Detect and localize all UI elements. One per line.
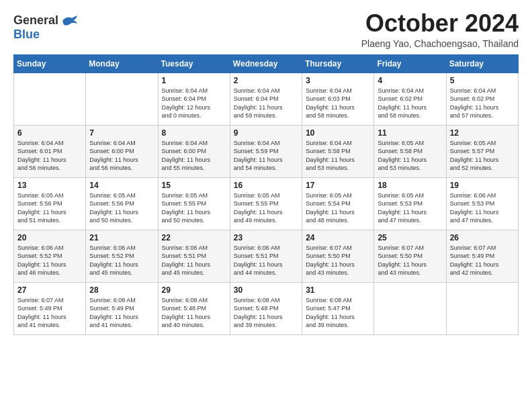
weekday-header: Thursday xyxy=(302,54,374,73)
calendar-day-cell: 1Sunrise: 6:04 AM Sunset: 6:04 PM Daylig… xyxy=(158,73,230,125)
day-info: Sunrise: 6:05 AM Sunset: 5:56 PM Dayligh… xyxy=(17,191,82,225)
calendar-day-cell: 2Sunrise: 6:04 AM Sunset: 6:04 PM Daylig… xyxy=(230,73,302,125)
logo-blue-text: Blue xyxy=(13,28,40,42)
calendar-day-cell: 4Sunrise: 6:04 AM Sunset: 6:02 PM Daylig… xyxy=(374,73,446,125)
location-subtitle: Plaeng Yao, Chachoengsao, Thailand xyxy=(361,38,519,49)
calendar-day-cell: 9Sunrise: 6:04 AM Sunset: 5:59 PM Daylig… xyxy=(230,125,302,177)
calendar-day-cell: 10Sunrise: 6:04 AM Sunset: 5:58 PM Dayli… xyxy=(302,125,374,177)
weekday-header: Sunday xyxy=(14,54,86,73)
day-number: 25 xyxy=(378,233,442,242)
weekday-header: Wednesday xyxy=(230,54,302,73)
day-number: 7 xyxy=(89,128,154,138)
day-number: 26 xyxy=(450,233,515,242)
day-info: Sunrise: 6:04 AM Sunset: 6:01 PM Dayligh… xyxy=(17,139,82,173)
day-number: 16 xyxy=(234,181,298,190)
day-number: 31 xyxy=(306,285,370,295)
calendar-day-cell: 6Sunrise: 6:04 AM Sunset: 6:01 PM Daylig… xyxy=(14,125,86,177)
calendar-day-cell xyxy=(446,282,518,334)
day-info: Sunrise: 6:05 AM Sunset: 5:53 PM Dayligh… xyxy=(378,191,442,225)
calendar-day-cell: 14Sunrise: 6:05 AM Sunset: 5:56 PM Dayli… xyxy=(86,177,158,230)
day-number: 8 xyxy=(162,128,226,138)
calendar-day-cell: 3Sunrise: 6:04 AM Sunset: 6:03 PM Daylig… xyxy=(302,73,374,125)
day-number: 2 xyxy=(234,76,298,85)
calendar-day-cell: 19Sunrise: 6:06 AM Sunset: 5:53 PM Dayli… xyxy=(446,177,518,230)
page-header: General Blue October 2024 Plaeng Yao, Ch… xyxy=(13,10,519,49)
month-title: October 2024 xyxy=(361,10,519,37)
day-info: Sunrise: 6:04 AM Sunset: 6:03 PM Dayligh… xyxy=(306,87,370,120)
day-number: 19 xyxy=(450,181,515,190)
day-number: 23 xyxy=(234,233,298,242)
day-info: Sunrise: 6:04 AM Sunset: 6:02 PM Dayligh… xyxy=(450,87,515,120)
calendar-week-row: 20Sunrise: 6:06 AM Sunset: 5:52 PM Dayli… xyxy=(14,230,519,282)
title-area: October 2024 Plaeng Yao, Chachoengsao, T… xyxy=(361,10,519,49)
day-number: 20 xyxy=(17,233,82,242)
calendar-day-cell: 15Sunrise: 6:05 AM Sunset: 5:55 PM Dayli… xyxy=(158,177,230,230)
logo-general-text: General xyxy=(13,13,58,28)
calendar-day-cell: 18Sunrise: 6:05 AM Sunset: 5:53 PM Dayli… xyxy=(374,177,446,230)
calendar-day-cell: 31Sunrise: 6:08 AM Sunset: 5:47 PM Dayli… xyxy=(302,282,374,334)
day-number: 4 xyxy=(378,76,442,85)
day-info: Sunrise: 6:05 AM Sunset: 5:58 PM Dayligh… xyxy=(378,139,442,173)
calendar-header-row: SundayMondayTuesdayWednesdayThursdayFrid… xyxy=(14,54,519,73)
calendar-week-row: 27Sunrise: 6:07 AM Sunset: 5:49 PM Dayli… xyxy=(14,282,519,334)
calendar-week-row: 6Sunrise: 6:04 AM Sunset: 6:01 PM Daylig… xyxy=(14,125,519,177)
weekday-header: Tuesday xyxy=(158,54,230,73)
day-info: Sunrise: 6:06 AM Sunset: 5:52 PM Dayligh… xyxy=(17,244,82,277)
day-info: Sunrise: 6:04 AM Sunset: 6:04 PM Dayligh… xyxy=(162,87,226,120)
calendar-day-cell xyxy=(14,73,86,125)
day-number: 10 xyxy=(306,128,370,138)
day-number: 17 xyxy=(306,181,370,190)
day-info: Sunrise: 6:06 AM Sunset: 5:51 PM Dayligh… xyxy=(234,244,298,277)
day-info: Sunrise: 6:05 AM Sunset: 5:54 PM Dayligh… xyxy=(306,191,370,225)
logo-bird-icon xyxy=(60,14,79,28)
weekday-header: Friday xyxy=(374,54,446,73)
day-info: Sunrise: 6:05 AM Sunset: 5:57 PM Dayligh… xyxy=(450,139,515,173)
day-number: 13 xyxy=(17,181,82,190)
day-info: Sunrise: 6:05 AM Sunset: 5:56 PM Dayligh… xyxy=(89,191,154,225)
calendar-day-cell xyxy=(86,73,158,125)
day-number: 27 xyxy=(17,285,82,295)
day-number: 18 xyxy=(378,181,442,190)
calendar-day-cell: 22Sunrise: 6:06 AM Sunset: 5:51 PM Dayli… xyxy=(158,230,230,282)
day-number: 1 xyxy=(162,76,226,85)
weekday-header: Saturday xyxy=(446,54,518,73)
calendar-day-cell: 5Sunrise: 6:04 AM Sunset: 6:02 PM Daylig… xyxy=(446,73,518,125)
calendar-day-cell: 16Sunrise: 6:05 AM Sunset: 5:55 PM Dayli… xyxy=(230,177,302,230)
day-number: 30 xyxy=(234,285,298,295)
day-info: Sunrise: 6:08 AM Sunset: 5:48 PM Dayligh… xyxy=(234,296,298,330)
day-info: Sunrise: 6:08 AM Sunset: 5:49 PM Dayligh… xyxy=(89,296,154,330)
calendar-day-cell: 11Sunrise: 6:05 AM Sunset: 5:58 PM Dayli… xyxy=(374,125,446,177)
day-number: 11 xyxy=(378,128,442,138)
calendar-week-row: 13Sunrise: 6:05 AM Sunset: 5:56 PM Dayli… xyxy=(14,177,519,230)
day-info: Sunrise: 6:05 AM Sunset: 5:55 PM Dayligh… xyxy=(234,191,298,225)
day-info: Sunrise: 6:05 AM Sunset: 5:55 PM Dayligh… xyxy=(162,191,226,225)
calendar-day-cell: 26Sunrise: 6:07 AM Sunset: 5:49 PM Dayli… xyxy=(446,230,518,282)
day-info: Sunrise: 6:04 AM Sunset: 5:59 PM Dayligh… xyxy=(234,139,298,173)
logo: General Blue xyxy=(13,13,79,42)
day-info: Sunrise: 6:07 AM Sunset: 5:49 PM Dayligh… xyxy=(17,296,82,330)
calendar-day-cell: 24Sunrise: 6:07 AM Sunset: 5:50 PM Dayli… xyxy=(302,230,374,282)
day-info: Sunrise: 6:06 AM Sunset: 5:52 PM Dayligh… xyxy=(89,244,154,277)
day-info: Sunrise: 6:06 AM Sunset: 5:51 PM Dayligh… xyxy=(162,244,226,277)
calendar-day-cell: 29Sunrise: 6:08 AM Sunset: 5:48 PM Dayli… xyxy=(158,282,230,334)
calendar-week-row: 1Sunrise: 6:04 AM Sunset: 6:04 PM Daylig… xyxy=(14,73,519,125)
day-number: 22 xyxy=(162,233,226,242)
calendar-day-cell: 25Sunrise: 6:07 AM Sunset: 5:50 PM Dayli… xyxy=(374,230,446,282)
day-number: 6 xyxy=(17,128,82,138)
day-info: Sunrise: 6:08 AM Sunset: 5:48 PM Dayligh… xyxy=(162,296,226,330)
calendar-day-cell: 21Sunrise: 6:06 AM Sunset: 5:52 PM Dayli… xyxy=(86,230,158,282)
calendar-day-cell: 28Sunrise: 6:08 AM Sunset: 5:49 PM Dayli… xyxy=(86,282,158,334)
calendar-table: SundayMondayTuesdayWednesdayThursdayFrid… xyxy=(13,54,519,335)
calendar-day-cell: 30Sunrise: 6:08 AM Sunset: 5:48 PM Dayli… xyxy=(230,282,302,334)
calendar-day-cell: 13Sunrise: 6:05 AM Sunset: 5:56 PM Dayli… xyxy=(14,177,86,230)
calendar-day-cell: 7Sunrise: 6:04 AM Sunset: 6:00 PM Daylig… xyxy=(86,125,158,177)
calendar-day-cell: 27Sunrise: 6:07 AM Sunset: 5:49 PM Dayli… xyxy=(14,282,86,334)
day-info: Sunrise: 6:04 AM Sunset: 6:00 PM Dayligh… xyxy=(89,139,154,173)
calendar-day-cell: 23Sunrise: 6:06 AM Sunset: 5:51 PM Dayli… xyxy=(230,230,302,282)
day-number: 28 xyxy=(89,285,154,295)
day-number: 12 xyxy=(450,128,515,138)
calendar-day-cell: 12Sunrise: 6:05 AM Sunset: 5:57 PM Dayli… xyxy=(446,125,518,177)
calendar-day-cell xyxy=(374,282,446,334)
calendar-day-cell: 17Sunrise: 6:05 AM Sunset: 5:54 PM Dayli… xyxy=(302,177,374,230)
day-info: Sunrise: 6:06 AM Sunset: 5:53 PM Dayligh… xyxy=(450,191,515,225)
